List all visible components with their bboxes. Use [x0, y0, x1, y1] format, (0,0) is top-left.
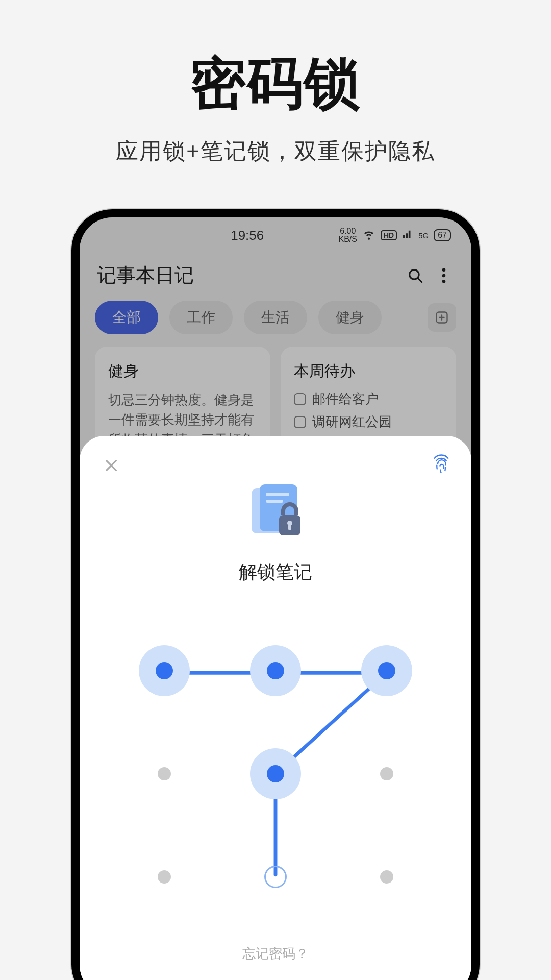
promo-subtitle: 应用锁+笔记锁，双重保护隐私 — [0, 136, 551, 166]
pattern-lock[interactable] — [99, 631, 452, 917]
pattern-node[interactable] — [139, 645, 190, 696]
svg-rect-12 — [288, 524, 291, 530]
svg-rect-8 — [266, 493, 289, 496]
pattern-node[interactable] — [139, 851, 190, 902]
promo-title: 密码锁 — [0, 46, 551, 122]
document-lock-icon — [242, 483, 309, 547]
phone-frame: 19:56 6.00 KB/S HD 5G 67 记事本日记 — [71, 209, 480, 980]
pattern-node[interactable] — [250, 748, 301, 799]
forgot-password-link[interactable]: 忘记密码？ — [242, 945, 309, 963]
fingerprint-icon[interactable] — [431, 453, 452, 477]
pattern-node[interactable] — [250, 645, 301, 696]
pattern-node-current[interactable] — [250, 851, 301, 902]
pattern-node[interactable] — [361, 645, 412, 696]
pattern-node[interactable] — [361, 748, 412, 799]
phone-screen: 19:56 6.00 KB/S HD 5G 67 记事本日记 — [80, 217, 471, 980]
pattern-node[interactable] — [361, 851, 412, 902]
svg-rect-9 — [266, 500, 283, 503]
unlock-title: 解锁笔记 — [239, 560, 312, 585]
close-icon[interactable] — [99, 453, 123, 480]
pattern-node[interactable] — [139, 748, 190, 799]
unlock-sheet: 解锁笔记 忘记密码？ — [80, 436, 471, 980]
